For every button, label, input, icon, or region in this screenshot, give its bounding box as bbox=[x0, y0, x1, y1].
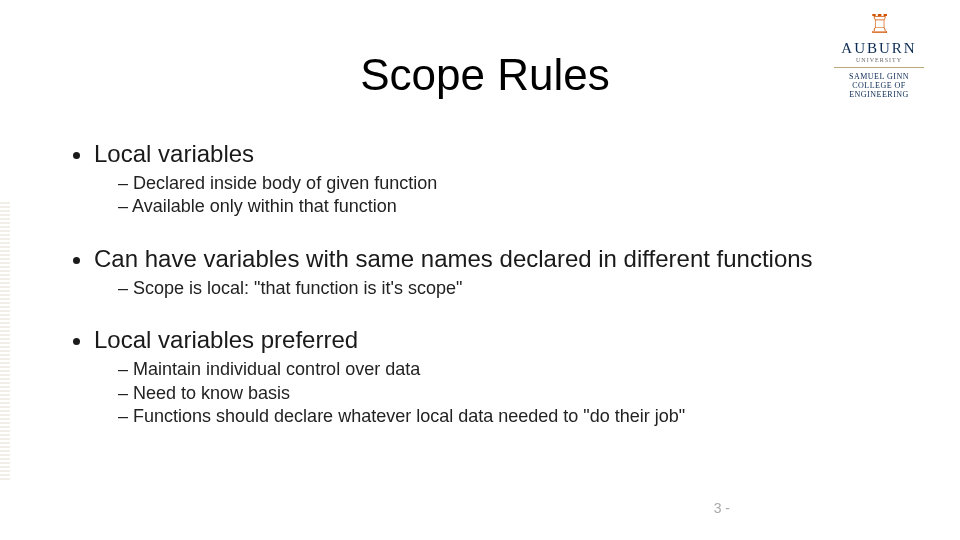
slide-title: Scope Rules bbox=[70, 50, 900, 100]
bullet-1: Local variables Declared inside body of … bbox=[94, 140, 900, 219]
bullet-list: Local variables Declared inside body of … bbox=[70, 140, 900, 428]
bullet-3-sublist: Maintain individual control over data Ne… bbox=[94, 358, 900, 428]
bullet-1-sub-2: Available only within that function bbox=[118, 195, 900, 218]
bullet-1-sub-1: Declared inside body of given function bbox=[118, 172, 900, 195]
bullet-2: Can have variables with same names decla… bbox=[94, 245, 900, 300]
page-number: 3 - bbox=[714, 500, 730, 516]
bullet-2-sublist: Scope is local: "that function is it's s… bbox=[94, 277, 900, 300]
bullet-3-sub-2: Need to know basis bbox=[118, 382, 900, 405]
bullet-1-sublist: Declared inside body of given function A… bbox=[94, 172, 900, 219]
bullet-2-sub-1: Scope is local: "that function is it's s… bbox=[118, 277, 900, 300]
slide-content: Scope Rules Local variables Declared ins… bbox=[0, 0, 960, 540]
bullet-2-text: Can have variables with same names decla… bbox=[94, 245, 813, 272]
bullet-3: Local variables preferred Maintain indiv… bbox=[94, 326, 900, 428]
bullet-3-sub-3: Functions should declare whatever local … bbox=[118, 405, 900, 428]
bullet-3-text: Local variables preferred bbox=[94, 326, 358, 353]
bullet-1-text: Local variables bbox=[94, 140, 254, 167]
bullet-3-sub-1: Maintain individual control over data bbox=[118, 358, 900, 381]
